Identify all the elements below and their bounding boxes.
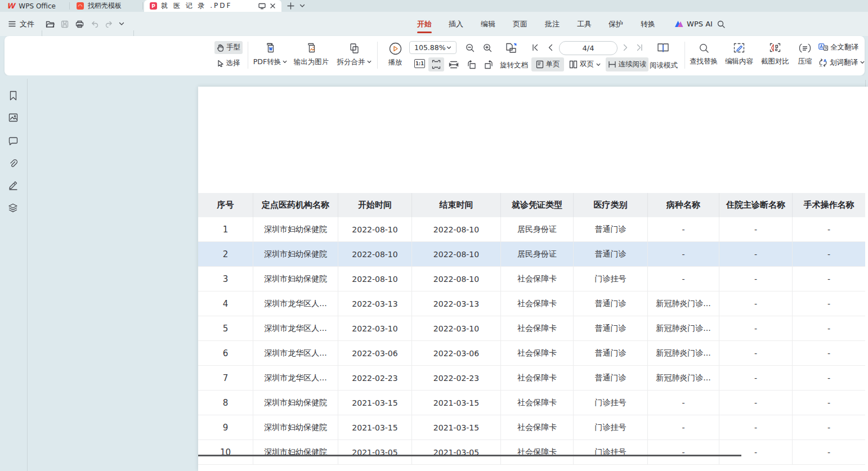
- next-page-button[interactable]: [619, 41, 632, 55]
- read-mode-button-icon[interactable]: [654, 39, 673, 56]
- table-row: 10深圳市妇幼保健院2021-03-052021-03-05社会保障卡门诊挂号-…: [198, 440, 865, 465]
- previous-page-button[interactable]: [543, 41, 557, 55]
- zoom-level-select[interactable]: 105.88%: [409, 41, 457, 54]
- tab-list-chevron-icon[interactable]: [297, 0, 307, 12]
- screen-share-icon[interactable]: [258, 3, 266, 10]
- table-cell: 新冠肺炎门诊...: [647, 291, 719, 316]
- menu-tab-home[interactable]: 开始: [410, 12, 439, 36]
- compress-button[interactable]: 压缩: [793, 39, 817, 70]
- single-page-label: 单页: [546, 60, 560, 69]
- table-cell: 2022-03-10: [338, 316, 411, 340]
- rotate-doc-label[interactable]: 旋转文档: [500, 61, 528, 70]
- layers-panel-button[interactable]: [7, 202, 19, 213]
- menu-tab-page[interactable]: 页面: [505, 12, 535, 36]
- zoom-out-button[interactable]: [463, 41, 477, 55]
- redo-button[interactable]: [102, 12, 117, 36]
- full-translate-button[interactable]: 全文翻译: [818, 42, 868, 53]
- rotate-right-icon: [484, 60, 494, 69]
- table-row: 4深圳市龙华区人...2022-03-132022-03-13社会保障卡普通门诊…: [198, 291, 865, 316]
- hand-tool-button[interactable]: 手型: [214, 41, 243, 54]
- menu-tab-convert[interactable]: 转换: [633, 12, 663, 36]
- find-replace-button[interactable]: 查找替换: [687, 39, 721, 70]
- page-adapt-button[interactable]: [502, 39, 521, 56]
- table-cell: 2021-03-05: [411, 440, 500, 464]
- table-cell: 门诊挂号: [573, 267, 647, 291]
- word-translate-button[interactable]: A 文 划词翻译: [818, 57, 868, 68]
- export-image-label: 输出为图片: [294, 57, 329, 67]
- wps-ai-button[interactable]: WPS AI: [673, 12, 714, 36]
- menu-tab-insert[interactable]: 插入: [441, 12, 471, 36]
- undo-redo-chevron-icon[interactable]: [116, 12, 127, 36]
- screenshot-compare-button[interactable]: 截图对比: [758, 39, 793, 70]
- table-cell: 深圳市妇幼保健院: [253, 415, 338, 439]
- compress-label: 压缩: [798, 57, 812, 66]
- medical-records-table: 序号定点医药机构名称开始时间结束时间就诊凭证类型医疗类别病种名称住院主诊断名称手…: [198, 193, 865, 465]
- actual-size-button[interactable]: 1:1: [414, 59, 425, 68]
- tab-document-pdf[interactable]: P 就 医 记 录 .PDF: [144, 0, 281, 12]
- hand-icon: [217, 44, 224, 52]
- rotate-left-button[interactable]: [463, 57, 479, 71]
- page-indicator: 4/4: [583, 44, 594, 52]
- signature-pen-icon: [8, 181, 18, 190]
- table-cell: 2022-03-06: [338, 341, 411, 365]
- table-cell: 10: [198, 440, 253, 464]
- select-tool-button[interactable]: 选择: [214, 57, 243, 70]
- table-cell: 2022-08-10: [338, 217, 411, 241]
- table-cell: 深圳市龙华区人...: [253, 291, 338, 316]
- open-file-button[interactable]: [43, 12, 57, 36]
- comments-panel-button[interactable]: [7, 135, 19, 146]
- split-merge-button[interactable]: 拆分合并: [333, 39, 375, 70]
- play-slideshow-button[interactable]: 播放: [381, 39, 410, 70]
- menu-tab-comment[interactable]: 批注: [538, 12, 567, 36]
- header-cell: 病种名称: [647, 193, 719, 217]
- edit-content-icon: [733, 43, 745, 53]
- new-tab-button[interactable]: [284, 0, 297, 12]
- table-cell: -: [792, 316, 865, 340]
- signature-panel-button[interactable]: [7, 180, 19, 191]
- table-cell: 2022-03-10: [411, 316, 500, 340]
- first-page-button[interactable]: [528, 41, 542, 55]
- bookmarks-panel-button[interactable]: [7, 90, 19, 101]
- continuous-reading-button[interactable]: 连续阅读: [606, 57, 648, 71]
- single-page-button[interactable]: 单页: [531, 57, 564, 71]
- page-number-input[interactable]: 4/4: [559, 41, 618, 55]
- double-page-button[interactable]: 双页: [566, 57, 603, 71]
- read-mode-label[interactable]: 阅读模式: [650, 61, 678, 70]
- save-button[interactable]: [57, 12, 72, 36]
- tab-wps-home[interactable]: W WPS Office: [1, 0, 70, 12]
- tab-label: 就 医 记 录 .PDF: [161, 1, 232, 11]
- thumbnails-panel-button[interactable]: [7, 112, 19, 123]
- fit-width-button[interactable]: [446, 57, 462, 71]
- menu-tab-tools[interactable]: 工具: [570, 12, 599, 36]
- table-cell: 2022-08-10: [338, 267, 411, 291]
- tab-docer-templates[interactable]: ◠ 找稻壳模板: [71, 0, 143, 12]
- edit-content-label: 编辑内容: [725, 57, 753, 66]
- menu-search-button[interactable]: [714, 12, 728, 36]
- export-image-button[interactable]: 输出为图片: [290, 39, 332, 70]
- table-cell: -: [719, 341, 792, 365]
- table-cell: -: [647, 217, 719, 241]
- table-cell: -: [719, 440, 792, 464]
- table-cell: 社会保障卡: [500, 267, 573, 291]
- screenshot-compare-label: 截图对比: [761, 57, 789, 66]
- fit-page-button[interactable]: [428, 57, 444, 71]
- print-button[interactable]: [72, 12, 87, 36]
- table-cell: 普通门诊: [573, 217, 647, 241]
- table-cell: -: [719, 217, 792, 241]
- find-replace-label: 查找替换: [690, 57, 718, 66]
- table-cell: 2022-08-10: [411, 217, 500, 241]
- pages-rotate-icon: [505, 42, 518, 54]
- rotate-right-button[interactable]: [481, 57, 496, 71]
- undo-button[interactable]: [87, 12, 102, 36]
- file-menu-button[interactable]: 文件: [5, 12, 38, 36]
- pdf-convert-button[interactable]: PDF转换: [252, 39, 288, 70]
- zoom-in-button[interactable]: [480, 41, 495, 55]
- edit-content-button[interactable]: 编辑内容: [722, 39, 757, 70]
- menu-tab-protect[interactable]: 保护: [601, 12, 630, 36]
- close-tab-icon[interactable]: [270, 3, 276, 9]
- menu-tab-edit[interactable]: 编辑: [473, 12, 503, 36]
- attachments-panel-button[interactable]: [7, 158, 19, 169]
- last-page-button[interactable]: [633, 41, 646, 55]
- embedded-horizontal-scrollbar: [198, 455, 741, 456]
- split-merge-icon: [348, 43, 360, 54]
